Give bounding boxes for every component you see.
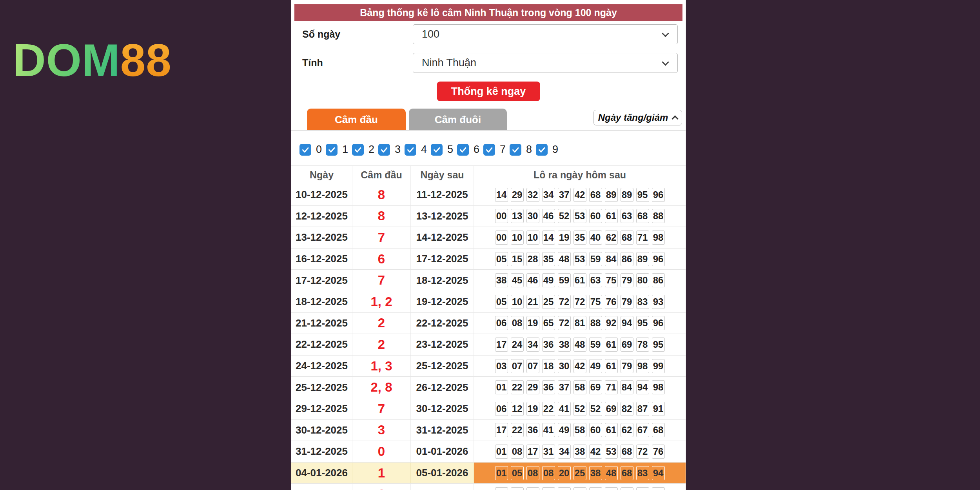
lo-number-list: 0510212572727576798393 <box>495 295 665 309</box>
lo-number: 42 <box>573 188 586 202</box>
lo-number: 78 <box>636 338 649 352</box>
lo-number: 89 <box>621 188 633 202</box>
lo-number: 72 <box>558 295 571 309</box>
lo-number: 94 <box>652 466 665 480</box>
lo-number: 60 <box>589 209 602 223</box>
cell-next-date: 18-12-2025 <box>411 270 474 291</box>
cell-lo-numbers: 0122293637586971849498 <box>474 377 686 398</box>
cell-date: 21-12-2025 <box>291 313 352 334</box>
lo-number: 35 <box>573 230 586 245</box>
lo-number: 22 <box>542 402 555 416</box>
lo-number: 24 <box>511 338 524 352</box>
digit-checkbox-icon[interactable] <box>483 144 495 156</box>
lo-number: 17 <box>495 338 508 352</box>
lo-number: 72 <box>636 445 649 459</box>
tab-cam-duoi[interactable]: Câm đuôi <box>409 109 507 131</box>
lo-number: 36 <box>542 338 555 352</box>
digit-checkbox-icon[interactable] <box>536 144 548 156</box>
table-row: 18-12-20251, 219-12-20250510212572727576… <box>291 291 686 313</box>
table-row: 24-12-20251, 325-12-20250307071830424961… <box>291 356 686 377</box>
digit-filter-item[interactable]: 3 <box>378 143 405 156</box>
lo-number: 49 <box>542 273 555 287</box>
lo-number: 48 <box>573 338 586 352</box>
digit-filter-item[interactable]: 7 <box>483 143 510 156</box>
days-select[interactable]: 100 <box>413 24 678 44</box>
sort-toggle-button[interactable]: Ngày tăng/giảm <box>593 110 682 125</box>
lo-number: 04 <box>495 487 508 490</box>
lo-number: 14 <box>495 188 508 202</box>
cell-cam-dau: 7 <box>352 270 411 291</box>
cell-date: 10-12-2025 <box>291 184 352 205</box>
lo-number: 01 <box>495 380 508 394</box>
digit-checkbox-icon[interactable] <box>378 144 390 156</box>
tab-cam-dau[interactable]: Câm đầu <box>307 109 406 131</box>
lo-number: 17 <box>526 445 539 459</box>
lo-number: 19 <box>526 316 539 330</box>
sort-toggle-label: Ngày tăng/giảm <box>598 112 668 123</box>
table-row: 21-12-2025222-12-20250608196572818892949… <box>291 313 686 334</box>
lo-number: 88 <box>589 316 602 330</box>
divider <box>291 130 686 131</box>
lo-number: 98 <box>652 380 665 394</box>
lo-number: 10 <box>511 230 524 245</box>
lo-number: 08 <box>511 316 524 330</box>
lo-number: 61 <box>605 338 618 352</box>
lo-number: 00 <box>495 209 508 223</box>
lo-number: 45 <box>511 273 524 287</box>
cell-lo-numbers: 0510212572727576798393 <box>474 291 686 312</box>
cell-lo-numbers: 0608196572818892949596 <box>474 313 686 334</box>
digit-checkbox-icon[interactable] <box>326 144 338 156</box>
lo-number: 75 <box>605 273 618 287</box>
table-row: 22-12-2025223-12-20251724343638485961697… <box>291 334 686 356</box>
lo-number: 95 <box>636 316 649 330</box>
digit-checkbox-icon[interactable] <box>431 144 443 156</box>
cell-lo-numbers: 3845464959616375798086 <box>474 270 686 291</box>
submit-button[interactable]: Thống kê ngay <box>437 82 540 101</box>
lo-number: 71 <box>636 230 649 245</box>
digit-filter-item[interactable]: 0 <box>299 143 326 156</box>
lo-number: 79 <box>621 295 633 309</box>
lo-number: 13 <box>511 209 524 223</box>
dom88-logo: DOM88 <box>13 38 172 83</box>
digit-filter-item[interactable]: 5 <box>431 143 457 156</box>
lo-number: 36 <box>542 380 555 394</box>
lo-number-list: 0612192241525269828791 <box>495 402 665 416</box>
lo-number: 72 <box>605 487 618 490</box>
digit-filter-item[interactable]: 2 <box>352 143 378 156</box>
lo-number: 47 <box>558 487 571 490</box>
cell-next-date: 25-12-2025 <box>411 356 474 377</box>
province-select[interactable]: Ninh Thuận <box>413 53 678 73</box>
digit-filter-item[interactable]: 6 <box>457 143 483 156</box>
digit-checkbox-icon[interactable] <box>457 144 469 156</box>
lo-number: 17 <box>495 423 508 437</box>
digit-checkbox-icon[interactable] <box>352 144 364 156</box>
lo-number: 30 <box>526 209 539 223</box>
lo-number: 94 <box>621 316 633 330</box>
lo-number: 76 <box>652 445 665 459</box>
panel-title: Bảng thống kê lô câm Ninh Thuận trong vò… <box>294 4 682 21</box>
cell-next-date: 05-01-2026 <box>411 463 474 484</box>
digit-checkbox-icon[interactable] <box>405 144 416 156</box>
cell-date: 05-01-2026 <box>291 484 352 490</box>
lo-number: 96 <box>652 252 665 266</box>
lo-number: 52 <box>589 402 602 416</box>
lo-number: 69 <box>621 338 633 352</box>
lo-number-list: 0108173134384253687276 <box>495 445 665 459</box>
digit-filter-item[interactable]: 9 <box>536 143 562 156</box>
digit-filter-item[interactable]: 8 <box>510 143 536 156</box>
cell-next-date: 31-12-2025 <box>411 420 474 441</box>
lo-number-list: 1429323437426889899596 <box>495 188 665 202</box>
digit-checkbox-icon[interactable] <box>299 144 311 156</box>
digit-filter-item[interactable]: 4 <box>405 143 431 156</box>
digit-checkbox-icon[interactable] <box>510 144 521 156</box>
cell-date: 22-12-2025 <box>291 334 352 355</box>
days-select-value: 100 <box>422 28 439 40</box>
cell-cam-dau: 1 <box>352 484 411 490</box>
digit-filter-item[interactable]: 1 <box>326 143 352 156</box>
lo-number: 05 <box>495 295 508 309</box>
lo-number: 08 <box>526 466 539 480</box>
digit-label: 4 <box>421 143 427 156</box>
lo-number: 38 <box>573 445 586 459</box>
cell-date: 31-12-2025 <box>291 441 352 462</box>
lo-number: 53 <box>573 209 586 223</box>
